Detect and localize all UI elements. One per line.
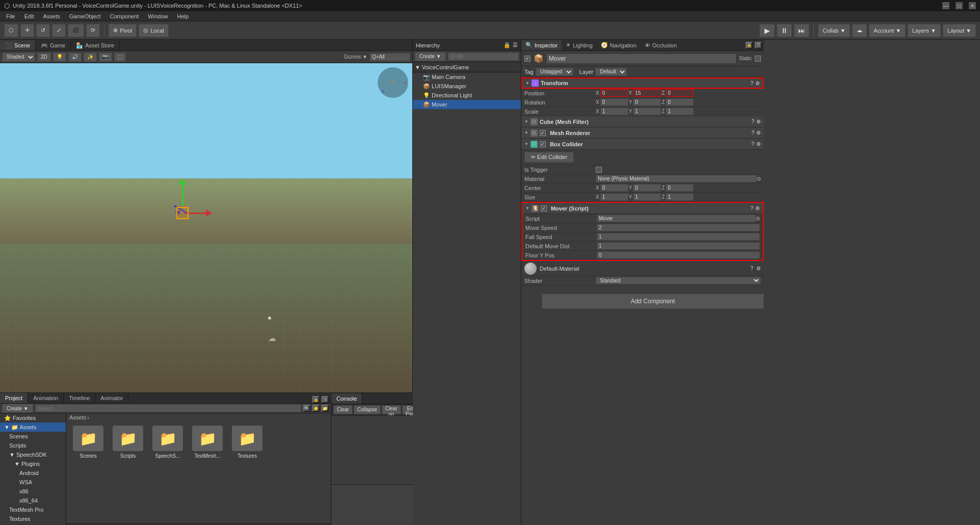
- project-search-icon[interactable]: 🔍: [303, 405, 310, 412]
- scene-view[interactable]: Y X Z ☁: [0, 63, 412, 392]
- box-collider-help[interactable]: ?: [751, 141, 754, 147]
- object-active-checkbox[interactable]: [524, 56, 531, 62]
- tree-x86-64[interactable]: x86_64: [0, 496, 66, 505]
- tab-lighting[interactable]: ☀ Lighting: [562, 40, 597, 50]
- floor-y-pos-input[interactable]: [597, 251, 760, 259]
- center-y-input[interactable]: [633, 184, 661, 192]
- mesh-filter-gear[interactable]: ⚙: [756, 119, 761, 124]
- mover-gear-icon[interactable]: ⚙: [755, 205, 760, 211]
- hierarchy-create-button[interactable]: Create ▼: [415, 52, 446, 61]
- size-y-input[interactable]: [633, 193, 661, 201]
- box-collider-checkbox[interactable]: [540, 141, 546, 147]
- project-folder-icon[interactable]: 📁: [322, 405, 329, 412]
- scale-x-input[interactable]: [600, 108, 628, 115]
- account-button[interactable]: Account ▼: [869, 24, 906, 37]
- file-textures[interactable]: 📁 Textures: [229, 426, 265, 459]
- project-menu-icon[interactable]: ☰: [322, 396, 329, 403]
- mover-script-checkbox[interactable]: [541, 205, 547, 212]
- pivot-button[interactable]: ⊕ Pivot: [109, 24, 137, 37]
- project-lock-icon[interactable]: 🔒: [312, 396, 320, 403]
- material-help-icon[interactable]: ?: [750, 266, 753, 271]
- scene-search[interactable]: [369, 53, 410, 61]
- console-clear-on-play-button[interactable]: Clear on Play: [382, 405, 401, 414]
- inspector-lock-icon[interactable]: 🔒: [746, 42, 753, 49]
- fx-toggle[interactable]: ✨: [84, 52, 97, 62]
- collider-material-picker-icon[interactable]: ⊙: [757, 176, 761, 181]
- hierarchy-directional-light[interactable]: 💡 Directional Light: [413, 91, 521, 100]
- object-name-field[interactable]: Mover: [547, 54, 736, 63]
- cloud-button[interactable]: ☁: [852, 24, 867, 37]
- play-button[interactable]: ▶: [759, 24, 775, 37]
- menu-component[interactable]: Component: [105, 12, 143, 20]
- collider-material-input[interactable]: [596, 175, 757, 182]
- tree-x86[interactable]: x86: [0, 487, 66, 496]
- file-textmesh[interactable]: 📁 TextMesh...: [190, 426, 225, 459]
- center-z-input[interactable]: [666, 184, 694, 192]
- file-scripts[interactable]: 📁 Scripts: [110, 426, 146, 459]
- edit-collider-button[interactable]: ✏ Edit Collider: [524, 152, 574, 163]
- material-gear-icon[interactable]: ⚙: [756, 266, 761, 271]
- minimize-button[interactable]: —: [942, 2, 949, 9]
- tab-navigation[interactable]: 🧭 Navigation: [597, 40, 641, 50]
- hierarchy-search[interactable]: [448, 52, 519, 61]
- box-collider-gear[interactable]: ⚙: [756, 141, 761, 147]
- console-collapse-button[interactable]: Collapse: [354, 405, 381, 414]
- tool-rect[interactable]: ⬛: [68, 24, 84, 37]
- menu-window[interactable]: Window: [144, 12, 172, 20]
- tool-hand[interactable]: ⬡: [4, 24, 18, 37]
- mesh-renderer-checkbox[interactable]: [540, 130, 546, 136]
- file-scenes[interactable]: 📁 Scenes: [70, 426, 106, 459]
- hierarchy-mover[interactable]: 📦 Mover: [413, 100, 521, 109]
- box-collider-header[interactable]: ▼ ⬡ Box Collider ? ⚙: [521, 139, 764, 150]
- mover-script-header[interactable]: ▼ 📜 Mover (Script) ? ⚙: [522, 203, 763, 214]
- mesh-filter-help[interactable]: ?: [751, 119, 754, 124]
- tab-console[interactable]: Console: [331, 393, 362, 404]
- scale-y-input[interactable]: [633, 108, 661, 115]
- tab-animator[interactable]: Animator: [95, 393, 128, 403]
- transform-help-icon[interactable]: ?: [750, 81, 753, 86]
- project-search[interactable]: [35, 404, 301, 412]
- size-x-input[interactable]: [600, 193, 628, 201]
- tree-favorites[interactable]: ⭐ Favorites: [0, 413, 66, 423]
- tool-transform[interactable]: ⟳: [86, 24, 100, 37]
- fall-speed-input[interactable]: [597, 233, 760, 241]
- position-y-input[interactable]: [633, 89, 661, 97]
- menu-edit[interactable]: Edit: [20, 12, 38, 20]
- static-checkbox[interactable]: [755, 56, 761, 62]
- audio-toggle[interactable]: 🔊: [68, 52, 82, 62]
- menu-assets[interactable]: Assets: [39, 12, 64, 20]
- mover-help-icon[interactable]: ?: [750, 205, 753, 211]
- shader-dropdown[interactable]: Standard: [596, 277, 761, 284]
- file-speechsdk[interactable]: 📁 SpeechS...: [150, 426, 186, 459]
- hierarchy-lock-icon[interactable]: 🔒: [504, 42, 511, 48]
- position-z-input[interactable]: [666, 89, 694, 97]
- script-input[interactable]: [597, 215, 756, 222]
- 2d-button[interactable]: 2D: [37, 52, 51, 62]
- camera-toggle[interactable]: 📷: [99, 52, 112, 62]
- grid-toggle[interactable]: ⬚: [114, 52, 126, 62]
- local-button[interactable]: ◎ Local: [139, 24, 168, 37]
- tree-scenes[interactable]: Scenes: [0, 432, 66, 441]
- center-x-input[interactable]: [600, 184, 628, 192]
- hierarchy-luis-manager[interactable]: 📦 LUISManager: [413, 82, 521, 91]
- tab-asset-store[interactable]: 🏪 Asset Store: [71, 40, 120, 50]
- light-toggle[interactable]: 💡: [53, 52, 66, 62]
- menu-file[interactable]: File: [2, 12, 19, 20]
- collab-button[interactable]: Collab ▼: [818, 24, 850, 37]
- tree-wsa[interactable]: WSA: [0, 478, 66, 487]
- tab-timeline[interactable]: Timeline: [64, 393, 95, 403]
- rotation-y-input[interactable]: [633, 98, 661, 106]
- inspector-menu-icon[interactable]: ☰: [755, 42, 762, 49]
- script-picker-icon[interactable]: ⊙: [756, 216, 760, 221]
- pause-button[interactable]: ⏸: [777, 24, 792, 37]
- maximize-button[interactable]: □: [956, 2, 963, 9]
- tab-occlusion[interactable]: 👁 Occlusion: [641, 40, 681, 50]
- tab-project[interactable]: Project: [0, 393, 28, 403]
- tool-rotate[interactable]: ↺: [36, 24, 50, 37]
- step-button[interactable]: ⏭: [794, 24, 809, 37]
- default-move-dist-input[interactable]: [597, 242, 760, 250]
- rotation-z-input[interactable]: [666, 98, 694, 106]
- tab-animation[interactable]: Animation: [28, 393, 64, 403]
- transform-gear-icon[interactable]: ⚙: [755, 81, 760, 86]
- tree-scripts[interactable]: Scripts: [0, 441, 66, 450]
